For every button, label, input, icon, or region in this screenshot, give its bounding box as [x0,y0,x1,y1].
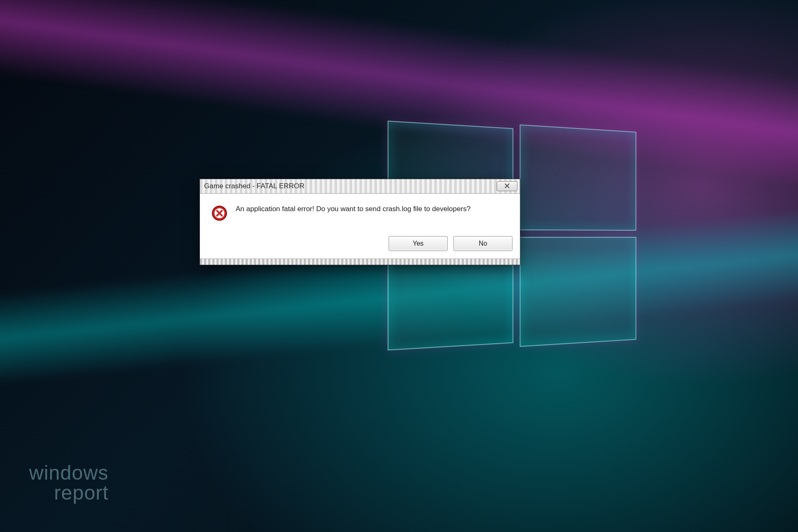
windows-logo-pane [520,124,636,231]
watermark-line2: report [29,483,108,503]
close-icon [505,182,510,190]
dialog-body: An application fatal error! Do you want … [200,194,520,232]
close-button[interactable] [497,181,517,191]
yes-button-label: Yes [413,240,424,247]
no-button[interactable]: No [453,236,512,251]
dialog-title: Game crashed - FATAL ERROR [204,182,305,190]
no-button-label: No [479,240,487,247]
windows-logo-pane [520,237,636,347]
watermark-line1: windows [29,463,108,483]
dialog-titlebar[interactable]: Game crashed - FATAL ERROR [200,179,520,194]
dialog-message: An application fatal error! Do you want … [236,204,470,214]
dialog-bottom-edge [200,259,520,265]
error-circle-icon [212,205,227,223]
watermark-logo: windows report [29,463,108,503]
yes-button[interactable]: Yes [389,236,448,251]
error-dialog: Game crashed - FATAL ERROR An applicatio… [200,179,520,265]
dialog-button-row: Yes No [200,232,520,259]
desktop-wallpaper: Game crashed - FATAL ERROR An applicatio… [0,0,798,532]
